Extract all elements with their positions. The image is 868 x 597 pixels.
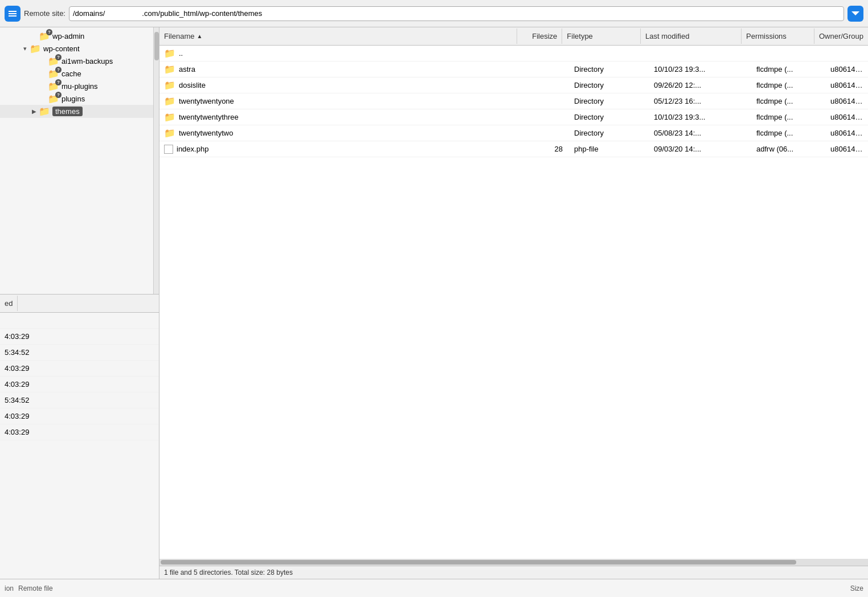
right-content: 📁 .. 📁 astra xyxy=(159,46,868,579)
bottom-size-label: Size xyxy=(850,584,863,592)
folder-icon-wp-content: 📁 xyxy=(30,44,41,53)
file-type-parent xyxy=(570,51,649,56)
left-time-2: 4:03:29 xyxy=(5,332,29,341)
tree-arrow-themes[interactable]: ▶ xyxy=(30,108,39,115)
file-icon-index-php xyxy=(164,145,173,154)
file-label-twentytwentytwo: twentytwentytwo xyxy=(179,129,233,137)
left-col-headers: ed xyxy=(0,295,159,313)
col-header-filename[interactable]: Filename ▲ xyxy=(159,28,517,44)
tree-label-themes: themes xyxy=(52,107,83,116)
folder-icon-parent: 📁 xyxy=(164,48,175,59)
left-row-4[interactable]: 4:03:29 xyxy=(0,361,159,377)
file-row-twentytwentyone[interactable]: 📁 twentytwentyone Directory 05/12/23 16:… xyxy=(159,93,868,109)
file-owner-twentytwentythree: u8061490... xyxy=(826,111,868,124)
file-size-twentytwentyone xyxy=(524,99,570,104)
file-owner-twentytwentytwo: u8061490... xyxy=(826,126,868,140)
file-name-index-php: index.php xyxy=(159,142,524,156)
file-row-dosislite[interactable]: 📁 dosislite Directory 09/26/20 12:... fl… xyxy=(159,77,868,93)
folder-icon-dosislite: 📁 xyxy=(164,80,175,91)
file-row-twentytwentythree[interactable]: 📁 twentytwentythree Directory 10/10/23 1… xyxy=(159,109,868,125)
col-header-filetype[interactable]: Filetype xyxy=(562,28,641,44)
tree-label-cache: cache xyxy=(62,69,81,78)
tree-label-plugins: plugins xyxy=(62,95,85,103)
folder-icon-twentytwentytwo: 📁 xyxy=(164,128,175,138)
tree-item-mu-plugins[interactable]: 📁 ? mu-plugins xyxy=(0,80,159,92)
tree-item-cache[interactable]: 📁 ? cache xyxy=(0,67,159,80)
left-time-6: 5:34:52 xyxy=(5,396,29,404)
file-type-twentytwentytwo: Directory xyxy=(570,126,649,140)
bottom-bar: ion Remote file Size xyxy=(0,579,868,597)
horizontal-scrollbar-thumb xyxy=(161,560,796,565)
left-panel-dropdown-btn[interactable] xyxy=(5,6,21,22)
file-row-astra[interactable]: 📁 astra Directory 10/10/23 19:3... flcdm… xyxy=(159,62,868,77)
file-name-twentytwentyone: 📁 twentytwentyone xyxy=(159,93,524,109)
remote-site-dropdown-btn[interactable] xyxy=(847,6,863,22)
file-owner-parent xyxy=(826,51,868,56)
file-size-parent xyxy=(524,51,570,56)
file-permissions-astra: flcdmpe (... xyxy=(752,63,826,76)
left-time-7: 4:03:29 xyxy=(5,412,29,420)
file-size-astra xyxy=(524,67,570,72)
left-row-2[interactable]: 4:03:29 xyxy=(0,329,159,345)
col-headers: Filename ▲ Filesize Filetype Last modifi… xyxy=(159,27,868,46)
file-type-twentytwentyone: Directory xyxy=(570,95,649,108)
tree-item-ai1wm-backups[interactable]: 📁 ? ai1wm-backups xyxy=(0,55,159,67)
file-permissions-parent xyxy=(752,51,826,56)
sort-arrow-icon: ▲ xyxy=(196,33,202,39)
left-row-1[interactable] xyxy=(0,313,159,329)
remote-site-input[interactable] xyxy=(69,6,844,21)
col-header-permissions[interactable]: Permissions xyxy=(742,28,814,44)
file-owner-index-php: u8061490... xyxy=(826,142,868,156)
question-folder-icon-mu-plugins: 📁 ? xyxy=(48,81,59,91)
horizontal-scrollbar[interactable] xyxy=(159,559,868,566)
col-header-owner[interactable]: Owner/Group xyxy=(814,28,868,44)
status-bar: 1 file and 5 directories. Total size: 28… xyxy=(159,566,868,579)
file-label-dosislite: dosislite xyxy=(179,81,206,89)
file-list: 📁 .. 📁 astra xyxy=(159,46,868,559)
file-size-twentytwentytwo xyxy=(524,131,570,136)
file-type-dosislite: Directory xyxy=(570,79,649,92)
main-area: 📁 ? wp-admin ▾ 📁 wp-content xyxy=(0,27,868,579)
left-row-5[interactable]: 4:03:29 xyxy=(0,377,159,392)
question-folder-icon-plugins: 📁 ? xyxy=(48,94,59,103)
file-modified-astra: 10/10/23 19:3... xyxy=(649,63,752,76)
left-row-7[interactable]: 4:03:29 xyxy=(0,408,159,424)
file-name-dosislite: 📁 dosislite xyxy=(159,77,524,93)
left-time-8: 4:03:29 xyxy=(5,428,29,436)
file-permissions-dosislite: flcdmpe (... xyxy=(752,79,826,92)
left-time-5: 4:03:29 xyxy=(5,380,29,389)
col-header-modified[interactable]: Last modified xyxy=(641,28,742,44)
bottom-remote-file-label: Remote file xyxy=(18,584,53,592)
left-col-header-ed[interactable]: ed xyxy=(0,296,18,311)
left-panel: 📁 ? wp-admin ▾ 📁 wp-content xyxy=(0,27,159,579)
left-row-3[interactable]: 5:34:52 xyxy=(0,345,159,361)
col-filename-label: Filename xyxy=(164,32,194,40)
tree-item-wp-admin[interactable]: 📁 ? wp-admin xyxy=(0,30,159,42)
right-panel: Filename ▲ Filesize Filetype Last modifi… xyxy=(159,27,868,579)
tree-item-plugins[interactable]: 📁 ? plugins xyxy=(0,92,159,105)
tree-label-ai1wm: ai1wm-backups xyxy=(62,57,113,66)
file-modified-twentytwentytwo: 05/08/23 14:... xyxy=(649,126,752,140)
left-row-8[interactable]: 4:03:29 xyxy=(0,424,159,440)
file-row-parent[interactable]: 📁 .. xyxy=(159,46,868,62)
tree-scrollbar[interactable] xyxy=(153,27,159,294)
file-name-astra: 📁 astra xyxy=(159,62,524,77)
tree-item-themes[interactable]: ▶ 📁 themes xyxy=(0,105,159,118)
question-folder-icon-cache: 📁 ? xyxy=(48,69,59,78)
file-size-dosislite xyxy=(524,83,570,88)
folder-icon-astra: 📁 xyxy=(164,64,175,75)
file-label-astra: astra xyxy=(179,65,195,73)
file-owner-twentytwentyone: u8061490... xyxy=(826,95,868,108)
folder-icon-themes: 📁 xyxy=(39,107,50,116)
tree-arrow-wp-content[interactable]: ▾ xyxy=(21,45,30,52)
tree-item-wp-content[interactable]: ▾ 📁 wp-content xyxy=(0,42,159,55)
file-type-twentytwentythree: Directory xyxy=(570,111,649,124)
left-time-4: 4:03:29 xyxy=(5,364,29,373)
col-header-filesize[interactable]: Filesize xyxy=(517,28,562,44)
left-row-6[interactable]: 5:34:52 xyxy=(0,392,159,408)
file-row-twentytwentytwo[interactable]: 📁 twentytwentytwo Directory 05/08/23 14:… xyxy=(159,125,868,141)
file-label-parent: .. xyxy=(179,49,183,58)
file-label-twentytwentyone: twentytwentyone xyxy=(179,97,234,105)
file-row-index-php[interactable]: index.php 28 php-file 09/03/20 14:... ad… xyxy=(159,141,868,157)
status-text: 1 file and 5 directories. Total size: 28… xyxy=(164,569,293,576)
